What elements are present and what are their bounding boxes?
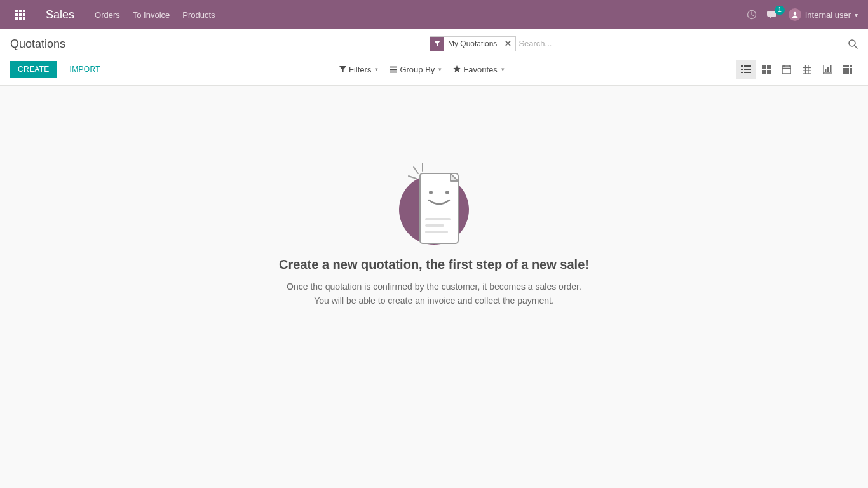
- clock-icon[interactable]: [747, 10, 757, 20]
- svg-line-41: [414, 167, 418, 173]
- empty-state-line1: Once the quotation is confirmed by the c…: [287, 280, 581, 294]
- svg-rect-9: [741, 69, 743, 70]
- favorites-label: Favorites: [463, 65, 497, 74]
- user-name: Internal user: [805, 10, 851, 20]
- view-graph-icon[interactable]: [817, 60, 837, 79]
- avatar: [789, 8, 801, 21]
- svg-rect-47: [425, 218, 451, 220]
- svg-rect-39: [850, 71, 852, 74]
- caret-down-icon: ▾: [501, 66, 505, 72]
- svg-point-1: [793, 12, 796, 15]
- caret-down-icon: ▾: [438, 66, 442, 72]
- svg-rect-29: [827, 67, 829, 72]
- filter-icon: [430, 37, 444, 51]
- caret-down-icon: ▾: [375, 66, 378, 72]
- svg-rect-48: [425, 224, 444, 227]
- view-list-icon[interactable]: [736, 60, 756, 79]
- svg-rect-30: [830, 65, 832, 72]
- control-panel: Quotations My Quotations ✕ Create Import: [0, 29, 868, 86]
- svg-rect-33: [850, 65, 852, 67]
- svg-rect-10: [744, 69, 751, 70]
- empty-state-text: Once the quotation is confirmed by the c…: [287, 280, 581, 308]
- search-facet-my-quotations: My Quotations ✕: [430, 36, 516, 51]
- apps-icon[interactable]: [10, 4, 31, 25]
- nav-menu-orders[interactable]: Orders: [95, 10, 120, 20]
- filters-menu[interactable]: Filters ▾: [339, 65, 378, 74]
- svg-rect-15: [762, 70, 766, 74]
- svg-rect-21: [803, 65, 811, 74]
- svg-rect-13: [762, 65, 766, 69]
- svg-point-45: [429, 191, 433, 194]
- svg-rect-49: [425, 231, 448, 233]
- groupby-menu[interactable]: Group By ▾: [390, 65, 442, 74]
- svg-rect-12: [744, 72, 751, 73]
- nav-menu-to-invoice[interactable]: To Invoice: [133, 10, 170, 20]
- view-activity-icon[interactable]: [837, 60, 858, 79]
- view-kanban-icon[interactable]: [756, 60, 776, 79]
- svg-rect-37: [843, 71, 846, 74]
- svg-rect-31: [843, 65, 846, 67]
- svg-rect-36: [850, 68, 852, 71]
- empty-illustration: [396, 162, 472, 245]
- import-button[interactable]: Import: [62, 61, 108, 78]
- view-switcher: [736, 60, 858, 79]
- empty-state-title: Create a new quotation, the first step o…: [279, 257, 589, 272]
- filters-label: Filters: [349, 65, 371, 74]
- conversations-badge: 1: [775, 6, 785, 15]
- svg-line-3: [855, 46, 857, 48]
- topnav-right: 1 Internal user ▾: [747, 8, 858, 21]
- user-menu[interactable]: Internal user ▾: [789, 8, 858, 21]
- search-icon[interactable]: [848, 39, 858, 49]
- svg-rect-16: [767, 70, 771, 74]
- svg-rect-17: [782, 66, 791, 74]
- app-brand[interactable]: Sales: [46, 8, 74, 22]
- svg-rect-38: [846, 71, 849, 74]
- svg-rect-28: [825, 69, 827, 72]
- empty-state-line2: You will be able to create an invoice an…: [287, 294, 581, 308]
- groupby-label: Group By: [400, 65, 435, 74]
- svg-rect-34: [843, 68, 846, 71]
- nav-menu-products[interactable]: Products: [182, 10, 215, 20]
- favorites-menu[interactable]: Favorites ▾: [453, 65, 504, 74]
- conversations-icon[interactable]: 1: [767, 10, 778, 20]
- facet-remove-icon[interactable]: ✕: [501, 39, 515, 48]
- view-calendar-icon[interactable]: [776, 60, 797, 79]
- svg-point-46: [445, 191, 449, 194]
- caret-down-icon: ▾: [855, 11, 858, 18]
- view-pivot-icon[interactable]: [797, 60, 817, 79]
- svg-rect-35: [846, 68, 849, 71]
- nav-menu: Orders To Invoice Products: [95, 10, 215, 20]
- search-input[interactable]: [519, 36, 844, 51]
- svg-rect-11: [741, 72, 743, 73]
- svg-rect-7: [741, 65, 743, 67]
- svg-rect-8: [744, 65, 751, 67]
- svg-line-42: [409, 176, 416, 179]
- top-nav: Sales Orders To Invoice Products 1 Inter…: [0, 0, 868, 29]
- empty-state: Create a new quotation, the first step o…: [0, 162, 868, 308]
- svg-rect-14: [767, 65, 771, 69]
- facet-label: My Quotations: [444, 39, 501, 48]
- search-bar: My Quotations ✕: [430, 34, 858, 53]
- svg-rect-32: [846, 65, 849, 67]
- breadcrumb: Quotations: [10, 37, 65, 51]
- create-button[interactable]: Create: [10, 61, 57, 78]
